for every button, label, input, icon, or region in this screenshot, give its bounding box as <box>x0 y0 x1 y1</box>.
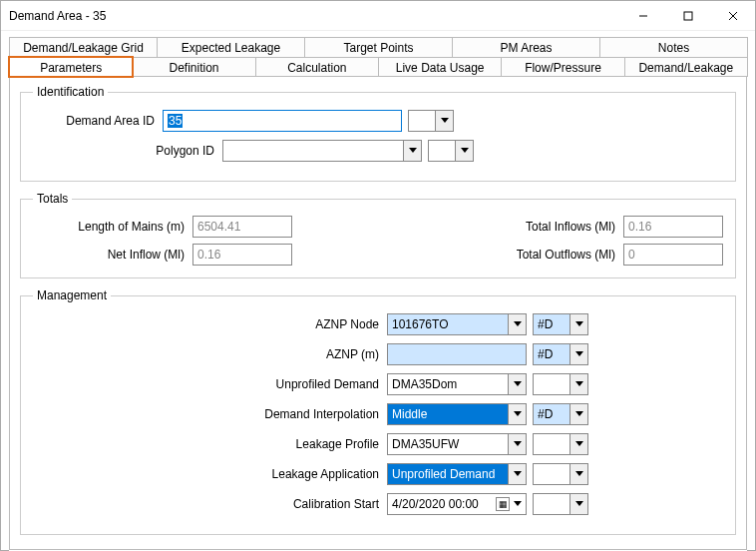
length-mains-value <box>192 216 292 238</box>
tab-body: Identification Demand Area ID 35 Polygon… <box>9 76 747 550</box>
tab-demand-leakage-grid[interactable]: Demand/Leakage Grid <box>9 37 158 57</box>
chevron-down-icon <box>569 344 587 364</box>
tabs-row-2: Parameters Definition Calculation Live D… <box>9 57 747 77</box>
window-title: Demand Area - 35 <box>9 9 620 23</box>
calib-start-flag-combo[interactable] <box>533 493 588 515</box>
chevron-down-icon <box>569 434 587 454</box>
svg-marker-4 <box>441 118 449 123</box>
chevron-down-icon <box>569 464 587 484</box>
svg-marker-15 <box>575 441 583 446</box>
chevron-down-icon <box>569 374 587 394</box>
polygon-id-combo[interactable] <box>222 140 422 162</box>
content: Demand/Leakage Grid Expected Leakage Tar… <box>1 31 755 551</box>
close-button[interactable] <box>710 1 755 30</box>
polygon-id-flag-combo[interactable] <box>428 140 474 162</box>
svg-marker-17 <box>575 471 583 476</box>
tab-parameters[interactable]: Parameters <box>9 57 133 77</box>
chevron-down-icon <box>403 141 421 161</box>
management-group: Management AZNP Node 101676TO #D AZNP (m… <box>20 288 736 535</box>
chevron-down-icon <box>508 404 526 424</box>
minimize-button[interactable] <box>620 1 665 30</box>
calendar-icon: ▦ <box>496 497 510 511</box>
svg-marker-7 <box>514 321 522 326</box>
management-legend: Management <box>33 288 111 302</box>
leakage-profile-label: Leakage Profile <box>33 437 387 451</box>
totals-group: Totals Length of Mains (m) Total Inflows… <box>20 192 736 278</box>
leakage-profile-combo[interactable]: DMA35UFW <box>387 433 527 455</box>
chevron-down-icon <box>508 434 526 454</box>
leakage-app-combo[interactable]: Unprofiled Demand <box>387 463 527 485</box>
svg-marker-13 <box>575 411 583 416</box>
unprofiled-demand-label: Unprofiled Demand <box>33 377 387 391</box>
net-inflow-value <box>192 244 292 266</box>
svg-marker-12 <box>514 411 522 416</box>
leakage-profile-flag-combo[interactable] <box>533 433 588 455</box>
unprofiled-demand-flag-combo[interactable] <box>533 373 588 395</box>
chevron-down-icon <box>435 111 453 131</box>
aznp-m-label: AZNP (m) <box>33 347 387 361</box>
chevron-down-icon <box>508 464 526 484</box>
chevron-down-icon <box>512 501 524 507</box>
tab-live-data-usage[interactable]: Live Data Usage <box>378 57 502 77</box>
chevron-down-icon <box>455 141 473 161</box>
demand-area-id-flag-combo[interactable] <box>408 110 454 132</box>
tab-expected-leakage[interactable]: Expected Leakage <box>157 37 305 57</box>
svg-marker-6 <box>461 148 469 153</box>
identification-legend: Identification <box>33 85 108 99</box>
aznp-node-combo[interactable]: 101676TO <box>387 313 527 335</box>
tab-flow-pressure[interactable]: Flow/Pressure <box>501 57 624 77</box>
window: Demand Area - 35 Demand/Leakage Grid Exp… <box>0 0 756 551</box>
svg-rect-1 <box>684 12 692 20</box>
identification-group: Identification Demand Area ID 35 Polygon… <box>20 85 736 182</box>
tab-calculation[interactable]: Calculation <box>255 57 379 77</box>
titlebar: Demand Area - 35 <box>1 1 755 31</box>
svg-marker-18 <box>514 501 522 506</box>
chevron-down-icon <box>508 374 526 394</box>
total-inflows-value <box>623 216 723 238</box>
total-outflows-label: Total Outflows (Ml) <box>464 248 623 262</box>
demand-interp-flag-combo[interactable]: #D <box>533 403 588 425</box>
aznp-node-label: AZNP Node <box>33 317 387 331</box>
demand-interp-combo[interactable]: Middle <box>387 403 527 425</box>
calib-start-date[interactable]: 4/20/2020 00:00 ▦ <box>387 493 527 515</box>
svg-marker-5 <box>409 148 417 153</box>
leakage-app-flag-combo[interactable] <box>533 463 588 485</box>
window-buttons <box>620 1 755 30</box>
aznp-m-flag-combo[interactable]: #D <box>533 343 588 365</box>
polygon-id-label: Polygon ID <box>33 144 222 158</box>
chevron-down-icon <box>569 494 587 514</box>
svg-marker-8 <box>575 321 583 326</box>
tab-demand-leakage[interactable]: Demand/Leakage <box>624 57 748 77</box>
tab-definition[interactable]: Definition <box>132 57 255 77</box>
tabs-row-1: Demand/Leakage Grid Expected Leakage Tar… <box>9 37 747 57</box>
chevron-down-icon <box>508 314 526 334</box>
total-inflows-label: Total Inflows (Ml) <box>464 220 623 234</box>
svg-marker-10 <box>514 381 522 386</box>
total-outflows-value <box>623 244 723 266</box>
svg-marker-19 <box>575 501 583 506</box>
demand-interp-label: Demand Interpolation <box>33 407 387 421</box>
calib-start-label: Calibration Start <box>33 497 387 511</box>
demand-area-id-label: Demand Area ID <box>33 114 163 128</box>
tab-target-points[interactable]: Target Points <box>304 37 453 57</box>
demand-area-id-input[interactable]: 35 <box>163 110 402 132</box>
aznp-node-flag-combo[interactable]: #D <box>533 313 588 335</box>
svg-marker-14 <box>514 441 522 446</box>
maximize-button[interactable] <box>665 1 710 30</box>
tab-pm-areas[interactable]: PM Areas <box>452 37 600 57</box>
svg-marker-11 <box>575 381 583 386</box>
length-mains-label: Length of Mains (m) <box>33 220 192 234</box>
net-inflow-label: Net Inflow (Ml) <box>33 248 192 262</box>
tab-notes[interactable]: Notes <box>599 37 748 57</box>
chevron-down-icon <box>569 314 587 334</box>
unprofiled-demand-combo[interactable]: DMA35Dom <box>387 373 527 395</box>
totals-legend: Totals <box>33 192 72 206</box>
svg-marker-9 <box>575 351 583 356</box>
svg-marker-16 <box>514 471 522 476</box>
leakage-app-label: Leakage Application <box>33 467 387 481</box>
chevron-down-icon <box>569 404 587 424</box>
aznp-m-input[interactable] <box>387 343 527 365</box>
